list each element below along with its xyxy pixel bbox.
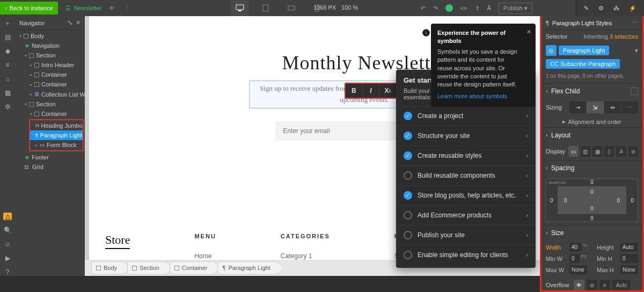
canvas-width[interactable]: 1068 PX bbox=[313, 4, 336, 11]
minh-input[interactable] bbox=[620, 254, 638, 263]
overflow-hidden[interactable]: ⊘ bbox=[587, 280, 597, 290]
footer-home-link[interactable]: Home bbox=[194, 252, 211, 260]
ecommerce-icon[interactable]: ⌂ bbox=[3, 75, 12, 83]
collapse-icon[interactable]: ⤡ bbox=[68, 19, 72, 26]
crumb-container[interactable]: Container bbox=[170, 261, 216, 274]
settings-rail-icon[interactable]: ⚙ bbox=[3, 103, 12, 111]
inherit-info[interactable]: Inheriting 3 selectors bbox=[583, 33, 638, 40]
tree-section-2[interactable]: ▾Section bbox=[15, 99, 85, 109]
audit-icon[interactable]: △ bbox=[3, 213, 12, 220]
display-inlineblock[interactable]: ▯ bbox=[604, 146, 614, 157]
export-icon[interactable]: ⇪ bbox=[475, 5, 480, 12]
tree-intro-header[interactable]: ▸Intro Header bbox=[15, 60, 85, 70]
gear-icon[interactable]: ⚙ bbox=[598, 5, 604, 12]
tree-paragraph-light[interactable]: ¶Paragraph Light bbox=[30, 130, 83, 140]
search-icon[interactable]: 🔍 bbox=[3, 227, 12, 234]
help-icon[interactable]: ☺ bbox=[3, 240, 12, 248]
overflow-scroll[interactable]: ≡ bbox=[599, 280, 610, 290]
size-header[interactable]: Size bbox=[551, 229, 564, 237]
bold-button[interactable]: B bbox=[346, 84, 363, 98]
selector-tag-1[interactable]: Paragraph Light bbox=[559, 46, 609, 55]
tooltip-close-icon[interactable]: ✕ bbox=[526, 28, 531, 36]
pages-icon[interactable]: ▤ bbox=[3, 33, 12, 41]
selector-target-icon[interactable]: ◎ bbox=[546, 45, 557, 56]
flex-child-header[interactable]: Flex Child bbox=[551, 87, 580, 95]
display-block[interactable]: ▭ bbox=[568, 146, 578, 157]
display-flex[interactable]: ▥ bbox=[581, 146, 590, 157]
display-inline[interactable]: A bbox=[616, 146, 626, 157]
tree-navigation[interactable]: ❖Navigation bbox=[15, 41, 85, 50]
tree-section-1[interactable]: ▾Section bbox=[15, 50, 85, 60]
symbols-icon[interactable]: ◆ bbox=[3, 47, 12, 55]
footer-cat1-link[interactable]: Category 1 bbox=[281, 252, 312, 260]
tree-form-block[interactable]: ▸▭Form Block bbox=[30, 140, 83, 150]
assets-icon[interactable]: ▦ bbox=[3, 89, 12, 97]
height-input[interactable] bbox=[620, 243, 638, 252]
checklist-item-3[interactable]: Build reusable components› bbox=[396, 165, 536, 185]
checklist-item-6[interactable]: Publish your site› bbox=[396, 225, 536, 245]
more-option[interactable]: ⋯ bbox=[621, 101, 638, 113]
brush-icon[interactable]: ✎ bbox=[584, 5, 589, 12]
checklist-item-4[interactable]: ✓Store blog posts, help articles, etc.› bbox=[396, 185, 536, 205]
superscript-button[interactable]: X2 bbox=[379, 84, 397, 98]
spacing-header[interactable]: Spacing bbox=[551, 164, 574, 172]
spacing-box[interactable]: MARGIN PADDING 0 0 0 0 0 0 0 0 bbox=[546, 179, 638, 222]
selector-tag-2[interactable]: CC Subscribe Paragraph bbox=[546, 59, 620, 69]
tree-body[interactable]: ▾Body bbox=[15, 31, 85, 41]
device-tablet[interactable] bbox=[257, 0, 275, 16]
crumb-section[interactable]: Section bbox=[127, 261, 167, 274]
display-grid[interactable]: ▦ bbox=[592, 146, 602, 157]
back-to-instance-button[interactable]: ‹ Back to instance bbox=[0, 2, 58, 14]
code-icon[interactable]: <> bbox=[460, 5, 467, 11]
crumb-body[interactable]: Body bbox=[91, 261, 125, 274]
tooltip-learn-link[interactable]: Learn more about symbols bbox=[437, 92, 521, 100]
kebab-icon[interactable]: ⋮ bbox=[125, 5, 130, 12]
canvas-zoom[interactable]: 100 % bbox=[341, 4, 358, 11]
minw-input[interactable] bbox=[569, 254, 580, 263]
checklist-item-0[interactable]: ✓Create a project› bbox=[396, 106, 536, 126]
alignment-order-link[interactable]: ▸Alignment and order bbox=[541, 116, 642, 127]
status-ok-icon[interactable] bbox=[445, 4, 453, 12]
tree-heading-jumbo[interactable]: HHeading Jumbo Sma bbox=[30, 121, 83, 130]
checklist-item-7[interactable]: Enable simple editing for clients› bbox=[396, 245, 536, 265]
cms-icon[interactable]: ≡ bbox=[3, 61, 12, 69]
grow-option[interactable]: ⇲ bbox=[587, 101, 604, 113]
selector-dropdown-icon[interactable]: ▾ bbox=[635, 47, 638, 54]
italic-button[interactable]: I bbox=[363, 84, 380, 98]
email-input[interactable] bbox=[275, 121, 409, 141]
redo-icon[interactable]: ↷ bbox=[433, 5, 438, 12]
none-option[interactable]: ⇹ bbox=[604, 101, 621, 113]
add-icon[interactable]: ＋ bbox=[3, 19, 12, 27]
bolt-icon[interactable]: ⚡ bbox=[629, 5, 636, 12]
overflow-visible[interactable]: 👁 bbox=[574, 280, 584, 290]
focus-icon[interactable] bbox=[631, 87, 638, 95]
store-logo[interactable]: Store bbox=[105, 233, 130, 249]
device-phone-landscape[interactable] bbox=[282, 0, 301, 16]
checklist-item-2[interactable]: ✓Create reusable styles› bbox=[396, 145, 536, 165]
layout-header[interactable]: Layout bbox=[551, 132, 570, 139]
maxw-input[interactable] bbox=[569, 265, 587, 274]
video-icon[interactable]: ▶ bbox=[3, 254, 12, 262]
maxh-input[interactable] bbox=[620, 265, 638, 274]
page-dropdown[interactable]: ☰ Newsletter bbox=[65, 5, 101, 12]
interactions-icon[interactable]: ⁂ bbox=[613, 5, 619, 12]
tree-container-3[interactable]: ▾Container bbox=[15, 109, 85, 119]
width-input[interactable] bbox=[569, 243, 582, 252]
publish-button[interactable]: Publish ▾ bbox=[499, 3, 532, 14]
tree-footer[interactable]: ❖Footer bbox=[15, 152, 85, 162]
share-icon[interactable]: Å bbox=[487, 5, 491, 11]
crumb-paragraph-light[interactable]: ¶Paragraph Light bbox=[217, 261, 278, 274]
preview-icon[interactable]: 👁 bbox=[109, 5, 115, 11]
display-none[interactable]: ⊘ bbox=[628, 146, 638, 157]
close-navigator-icon[interactable]: ✕ bbox=[76, 19, 80, 26]
checklist-item-5[interactable]: Add Ecommerce products› bbox=[396, 205, 536, 225]
tree-collection-list[interactable]: ▸≣Collection List Wrapper bbox=[15, 89, 85, 99]
tree-container-2[interactable]: ▸Container bbox=[15, 79, 85, 89]
device-desktop[interactable] bbox=[231, 0, 249, 16]
checklist-item-1[interactable]: ✓Structure your site› bbox=[396, 126, 536, 145]
shrink-option[interactable]: ⇥ bbox=[569, 101, 587, 113]
help2-icon[interactable]: ? bbox=[3, 268, 12, 276]
panel-more-icon[interactable]: ⋯ bbox=[632, 19, 638, 26]
undo-icon[interactable]: ↶ bbox=[421, 5, 426, 12]
tree-grid[interactable]: Grid bbox=[15, 162, 85, 172]
